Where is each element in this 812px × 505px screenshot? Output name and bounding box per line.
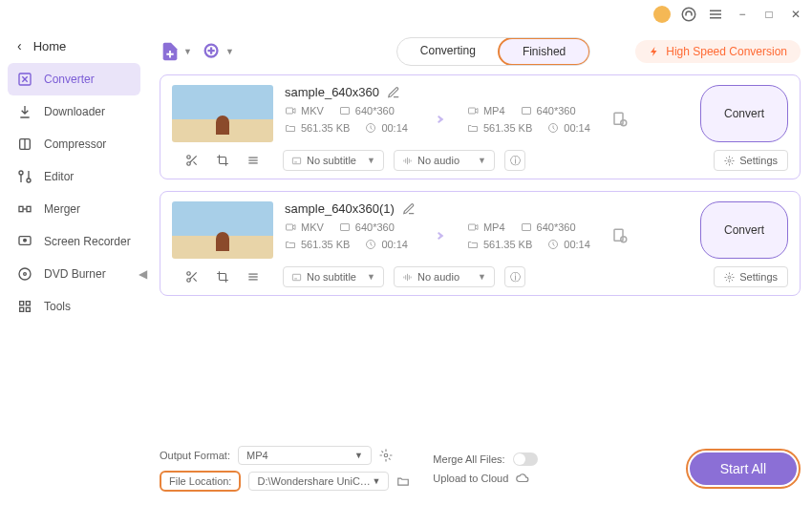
output-format-select[interactable]: MP4▼ (238, 446, 372, 465)
tools-icon (17, 299, 32, 314)
subtitle-select[interactable]: No subtitle▼ (283, 266, 384, 287)
svg-point-8 (27, 179, 31, 182)
sidebar-item-downloader[interactable]: Downloader (8, 95, 140, 128)
close-button[interactable]: ✕ (787, 6, 804, 23)
settings-button[interactable]: Settings (714, 266, 788, 287)
add-file-button[interactable]: ▼ (160, 41, 192, 62)
svg-point-74 (728, 276, 731, 279)
resolution-icon (339, 221, 351, 233)
clock-icon (365, 122, 376, 134)
folder-icon (285, 239, 296, 250)
output-settings-icon[interactable] (611, 227, 629, 244)
svg-marker-51 (293, 225, 296, 230)
crop-icon[interactable] (216, 154, 229, 167)
sidebar-item-tools[interactable]: Tools (8, 290, 140, 323)
compressor-icon (17, 137, 32, 152)
subtitle-value: No subtitle (307, 271, 356, 283)
video-thumbnail[interactable] (172, 201, 273, 259)
merge-toggle[interactable] (513, 452, 538, 466)
svg-rect-21 (26, 307, 30, 311)
avatar[interactable] (653, 6, 671, 23)
sidebar-item-dvd-burner[interactable]: DVD Burner (8, 258, 140, 290)
home-button[interactable]: ‹ Home (8, 29, 140, 63)
svg-marker-30 (475, 109, 478, 114)
audio-select[interactable]: No audio▼ (394, 266, 495, 287)
svg-rect-50 (287, 224, 293, 230)
tab-finished[interactable]: Finished (498, 37, 590, 66)
video-icon (467, 105, 479, 116)
output-format-value: MP4 (246, 450, 268, 461)
cloud-icon[interactable] (516, 472, 529, 485)
menu-icon[interactable] (707, 6, 724, 23)
edit-icon[interactable] (402, 202, 416, 216)
src-size: 561.35 KB (301, 239, 350, 250)
crop-icon[interactable] (216, 270, 229, 284)
dst-format: MP4 (483, 221, 505, 233)
convert-button[interactable]: Convert (700, 201, 788, 259)
audio-icon (402, 272, 413, 283)
svg-rect-67 (292, 274, 300, 280)
subtitle-icon (291, 272, 302, 283)
file-location-select[interactable]: D:\Wondershare UniConverter 1▼ (248, 472, 389, 491)
maximize-button[interactable]: □ (760, 6, 778, 23)
settings-button[interactable]: Settings (714, 150, 788, 171)
video-icon (285, 221, 296, 233)
output-settings-icon[interactable] (611, 111, 629, 128)
video-thumbnail[interactable] (172, 85, 273, 142)
arrow-right-icon (427, 225, 448, 246)
svg-point-0 (682, 8, 695, 21)
convert-button[interactable]: Convert (700, 85, 788, 142)
subtitle-icon (291, 156, 302, 166)
sidebar-item-converter[interactable]: Converter (8, 63, 140, 95)
start-all-button[interactable]: Start All (690, 452, 797, 485)
sidebar-item-label: Merger (44, 202, 80, 216)
gear-icon (724, 156, 735, 166)
src-duration: 00:14 (381, 122, 408, 134)
audio-icon (402, 156, 413, 166)
subtitle-select[interactable]: No subtitle▼ (283, 150, 384, 171)
add-url-icon (202, 41, 223, 62)
trim-icon[interactable] (185, 154, 199, 167)
sidebar-item-merger[interactable]: Merger (8, 193, 140, 225)
open-folder-icon[interactable] (396, 474, 410, 488)
svg-rect-29 (468, 108, 475, 114)
trim-icon[interactable] (185, 270, 199, 284)
audio-select[interactable]: No audio▼ (394, 150, 495, 171)
editor-icon (17, 169, 32, 184)
video-icon (285, 105, 296, 116)
merger-icon (17, 201, 32, 217)
dst-resolution: 640*360 (537, 105, 576, 116)
info-button[interactable]: ⓘ (504, 150, 525, 171)
minimize-button[interactable]: − (734, 6, 751, 23)
chevron-left-icon: ‹ (17, 38, 22, 53)
src-format: MKV (301, 105, 324, 116)
svg-rect-27 (340, 108, 349, 115)
output-format-label: Output Format: (160, 450, 230, 461)
lightning-icon (649, 46, 660, 57)
more-icon[interactable] (246, 154, 260, 167)
edit-icon[interactable] (387, 86, 400, 99)
support-icon[interactable] (680, 6, 697, 23)
dst-size: 561.35 KB (483, 122, 532, 134)
file-location-label: File Location: (160, 471, 241, 492)
sidebar-item-screen-recorder[interactable]: Screen Recorder (8, 225, 140, 258)
screen-recorder-icon (17, 234, 32, 249)
cloud-label: Upload to Cloud (433, 473, 508, 484)
sidebar-item-editor[interactable]: Editor (8, 160, 140, 193)
folder-icon (285, 122, 296, 134)
dst-size: 561.35 KB (483, 239, 532, 250)
sidebar-item-compressor[interactable]: Compressor (8, 128, 140, 160)
svg-point-7 (19, 171, 23, 175)
sidebar-item-label: Compressor (44, 137, 106, 151)
format-settings-icon[interactable] (379, 449, 393, 462)
tab-converting[interactable]: Converting (397, 38, 499, 65)
svg-rect-19 (26, 302, 30, 305)
add-url-button[interactable]: ▼ (202, 41, 234, 62)
src-format: MKV (301, 221, 324, 233)
info-button[interactable]: ⓘ (504, 266, 525, 287)
more-icon[interactable] (246, 270, 260, 284)
high-speed-conversion-button[interactable]: High Speed Conversion (635, 40, 801, 63)
src-duration: 00:14 (381, 239, 408, 250)
sidebar-item-label: Editor (44, 170, 74, 183)
svg-point-16 (19, 268, 31, 280)
